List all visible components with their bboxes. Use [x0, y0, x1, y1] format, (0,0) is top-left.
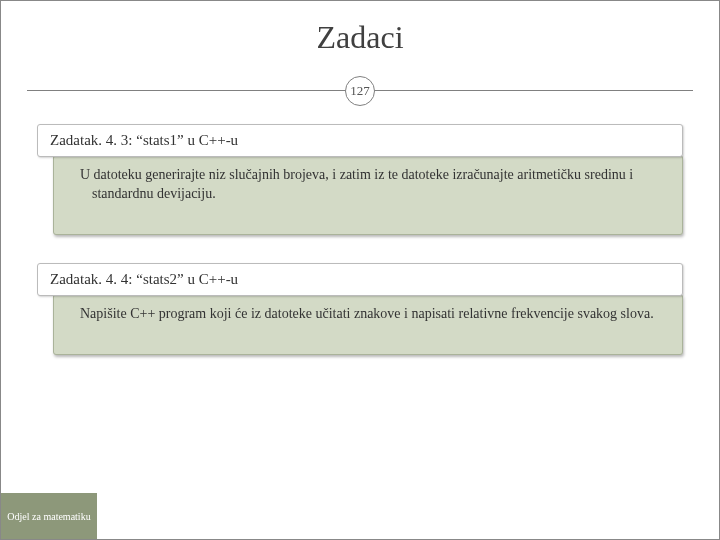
task-block: Zadatak. 4. 3: “stats1” u C++-u U datote… — [37, 124, 683, 235]
task-heading: Zadatak. 4. 3: “stats1” u C++-u — [37, 124, 683, 157]
page-number-badge: 127 — [345, 76, 375, 106]
task-block: Zadatak. 4. 4: “stats2” u C++-u Napišite… — [37, 263, 683, 355]
title-divider: 127 — [1, 76, 719, 106]
slide: Zadaci 127 Zadatak. 4. 3: “stats1” u C++… — [0, 0, 720, 540]
task-heading: Zadatak. 4. 4: “stats2” u C++-u — [37, 263, 683, 296]
footer-badge: Odjel za matematiku — [1, 493, 97, 539]
task-body: Napišite C++ program koji će iz datoteke… — [53, 294, 683, 355]
content-area: Zadatak. 4. 3: “stats1” u C++-u U datote… — [1, 106, 719, 355]
page-title: Zadaci — [1, 1, 719, 56]
task-body: U datoteku generirajte niz slučajnih bro… — [53, 155, 683, 235]
